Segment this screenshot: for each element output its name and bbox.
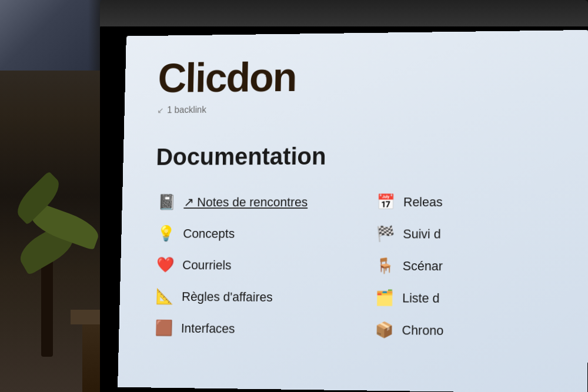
suivi-icon: 🏁 xyxy=(376,225,395,243)
doc-item-concepts[interactable]: 💡 Concepts xyxy=(154,219,351,248)
regles-icon: 📐 xyxy=(155,287,175,305)
screen-content: Clicdon ↙ 1 backlink Documentation 📓 ↗ N… xyxy=(118,30,588,392)
doc-item-chrono[interactable]: 📦 Chrono xyxy=(372,315,553,347)
suivi-label: Suivi d xyxy=(403,226,441,242)
regles-label: Règles d'affaires xyxy=(182,289,273,305)
interfaces-icon: 🟫 xyxy=(154,319,173,337)
doc-item-notes[interactable]: 📓 ↗ Notes de rencontres xyxy=(155,187,351,217)
chrono-label: Chrono xyxy=(402,323,443,339)
right-column: 📅 Releas 🏁 Suivi d 🪑 Scénar 🗂️ Liste d xyxy=(349,187,553,347)
doc-item-scenar[interactable]: 🪑 Scénar xyxy=(373,251,553,282)
notes-icon: 📓 xyxy=(157,193,176,211)
concepts-label: Concepts xyxy=(183,226,235,241)
courriels-icon: ❤️ xyxy=(156,256,175,274)
notes-label: ↗ Notes de rencontres xyxy=(183,195,308,209)
ceiling-area xyxy=(0,0,106,71)
scenar-label: Scénar xyxy=(403,259,443,274)
liste-icon: 🗂️ xyxy=(375,289,394,307)
monitor-top-bar xyxy=(100,0,588,26)
doc-item-regles[interactable]: 📐 Règles d'affaires xyxy=(153,282,350,312)
backlink-icon: ↙ xyxy=(157,106,164,115)
concepts-icon: 💡 xyxy=(156,225,176,242)
releas-label: Releas xyxy=(403,195,443,210)
left-column: 📓 ↗ Notes de rencontres 💡 Concepts ❤️ Co… xyxy=(152,187,351,345)
page-title: Clicdon xyxy=(158,53,553,99)
doc-item-suivi[interactable]: 🏁 Suivi d xyxy=(373,219,553,249)
releas-icon: 📅 xyxy=(376,193,395,211)
monitor-frame: Clicdon ↙ 1 backlink Documentation 📓 ↗ N… xyxy=(100,24,588,392)
doc-item-liste[interactable]: 🗂️ Liste d xyxy=(372,283,553,314)
scenar-icon: 🪑 xyxy=(375,257,395,275)
chrono-icon: 📦 xyxy=(375,321,394,339)
interfaces-label: Interfaces xyxy=(181,321,235,336)
courriels-label: Courriels xyxy=(182,257,232,273)
liste-label: Liste d xyxy=(402,290,440,306)
doc-item-releas[interactable]: 📅 Releas xyxy=(373,187,553,217)
backlink-text: 1 backlink xyxy=(167,105,206,115)
doc-item-courriels[interactable]: ❤️ Courriels xyxy=(153,250,350,280)
items-grid: 📓 ↗ Notes de rencontres 💡 Concepts ❤️ Co… xyxy=(152,187,553,347)
doc-item-interfaces[interactable]: 🟫 Interfaces xyxy=(152,313,349,344)
section-title: Documentation xyxy=(156,142,553,171)
backlink-row[interactable]: ↙ 1 backlink xyxy=(157,102,553,116)
